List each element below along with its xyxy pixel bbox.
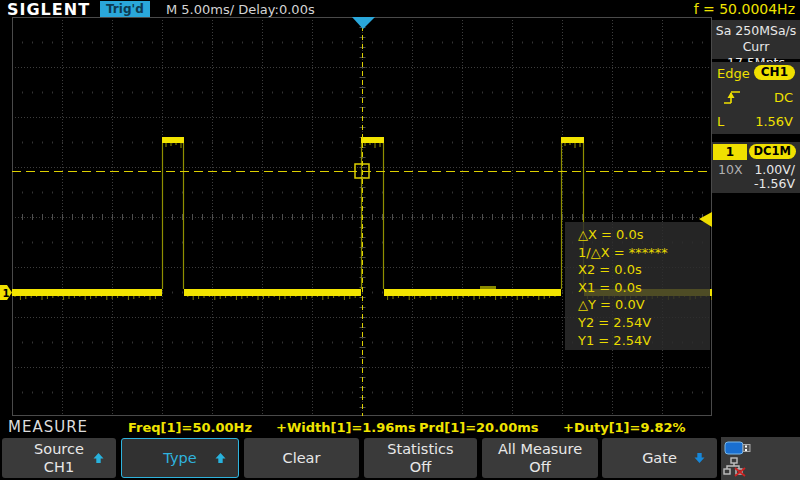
all-measure-button-value: Off (482, 458, 598, 476)
measurement-pos-width: +Width[1]=1.96ms (276, 420, 416, 435)
cursor-inv-delta-x: 1/△X = ****** (578, 244, 710, 262)
channel1-volts-per-div: 1.00V/ (754, 162, 795, 177)
up-arrow-icon (92, 452, 105, 465)
cursor-delta-x: △X = 0.0s (578, 226, 710, 244)
statistics-button[interactable]: Statistics Off (364, 438, 477, 478)
measurement-period: Prd[1]=20.00ms (419, 420, 538, 435)
type-button[interactable]: Type (121, 438, 239, 478)
all-measure-button-label: All Measure (482, 440, 598, 458)
lan-disconnected-icon (723, 457, 751, 477)
channel1-probe-attenuation: 10X (718, 162, 742, 177)
measurement-pos-duty: +Duty[1]=9.82% (563, 420, 686, 435)
cursor-y2: Y2 = 2.54V (578, 314, 710, 332)
statistics-button-value: Off (364, 458, 477, 476)
trigger-status-badge: Trig'd (100, 1, 150, 18)
rising-edge-icon (722, 89, 742, 107)
status-icon-panel (721, 437, 800, 480)
down-arrow-icon (693, 452, 706, 465)
trigger-level-label: L (717, 114, 724, 129)
all-measure-button[interactable]: All Measure Off (482, 438, 598, 478)
timebase-readout: M 5.00ms/ Delay:0.00s (166, 2, 315, 17)
clear-button-label: Clear (244, 449, 359, 467)
frequency-counter: f = 50.0004Hz (694, 1, 795, 17)
trigger-info-box: Edge CH1 DC L 1.56V (712, 62, 800, 134)
source-button[interactable]: Source CH1 (2, 438, 116, 478)
gate-button[interactable]: Gate (602, 438, 717, 478)
measurement-freq: Freq[1]=50.00Hz (128, 420, 252, 435)
trigger-level-value: 1.56V (755, 114, 793, 129)
trigger-level-marker-icon[interactable] (699, 212, 712, 227)
cursor-y1: Y1 = 2.54V (578, 332, 710, 350)
trigger-coupling: DC (774, 90, 793, 105)
channel1-marker-label: 1 (3, 288, 10, 299)
sample-rate: Sa 250MSa/s (712, 23, 800, 39)
channel1-position-marker-icon[interactable]: 1 (0, 285, 13, 301)
cursor-x2: X2 = 0.0s (578, 261, 710, 279)
trigger-source-badge: CH1 (754, 65, 795, 80)
channel1-offset: -1.56V (754, 176, 795, 191)
channel1-coupling-badge: DC1M (749, 144, 796, 159)
clear-button[interactable]: Clear (244, 438, 359, 478)
channel1-number-badge: 1 (713, 144, 747, 160)
cursor-readout-panel: △X = 0.0s 1/△X = ****** X2 = 0.0s X1 = 0… (565, 222, 710, 350)
waveform-display (12, 17, 712, 416)
channel1-info-box[interactable]: 1 DC1M 10X 1.00V/ -1.56V (712, 142, 800, 193)
statistics-button-label: Statistics (364, 440, 477, 458)
usb-icon (724, 440, 752, 456)
cursor-x1: X1 = 0.0s (578, 279, 710, 297)
trigger-type-label: Edge (717, 66, 750, 81)
cursor-delta-y: △Y = 0.0V (578, 296, 710, 314)
measure-title: MEASURE (8, 418, 88, 436)
up-arrow-icon (214, 452, 227, 465)
oscilloscope-screen: SIGLENT Trig'd M 5.00ms/ Delay:0.00s f =… (0, 0, 800, 480)
acquisition-info-box: Sa 250MSa/s Curr 17.5Mpts (712, 20, 800, 59)
